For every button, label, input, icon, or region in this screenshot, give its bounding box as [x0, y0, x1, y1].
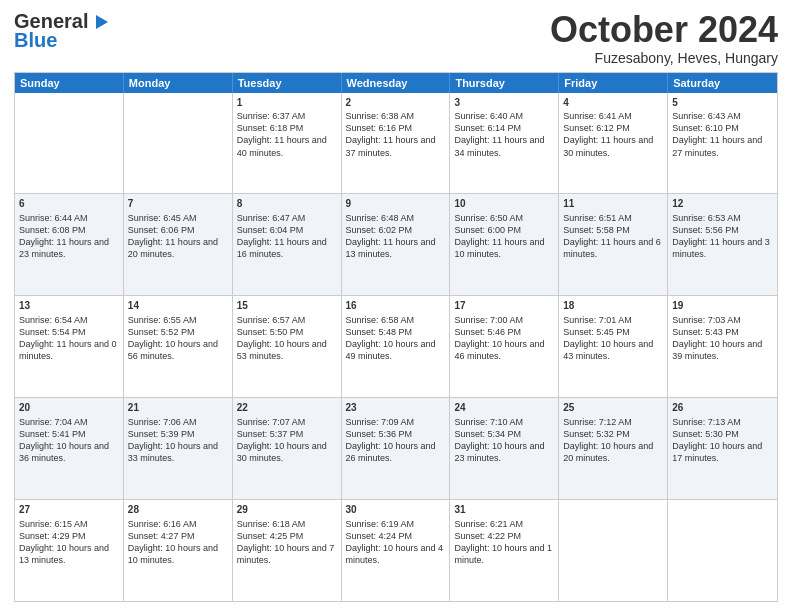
day-number: 22	[237, 401, 337, 415]
cell-info: Sunrise: 7:10 AMSunset: 5:34 PMDaylight:…	[454, 416, 554, 465]
calendar-cell: 31Sunrise: 6:21 AMSunset: 4:22 PMDayligh…	[450, 500, 559, 601]
page: General Blue October 2024 Fuzesabony, He…	[0, 0, 792, 612]
cell-info: Sunrise: 7:00 AMSunset: 5:46 PMDaylight:…	[454, 314, 554, 363]
day-number: 16	[346, 299, 446, 313]
cell-info: Sunrise: 6:40 AMSunset: 6:14 PMDaylight:…	[454, 110, 554, 159]
cell-info: Sunrise: 7:06 AMSunset: 5:39 PMDaylight:…	[128, 416, 228, 465]
calendar-cell: 10Sunrise: 6:50 AMSunset: 6:00 PMDayligh…	[450, 194, 559, 295]
calendar-cell: 12Sunrise: 6:53 AMSunset: 5:56 PMDayligh…	[668, 194, 777, 295]
location-subtitle: Fuzesabony, Heves, Hungary	[550, 50, 778, 66]
day-number: 31	[454, 503, 554, 517]
calendar: SundayMondayTuesdayWednesdayThursdayFrid…	[14, 72, 778, 602]
month-title: October 2024	[550, 10, 778, 50]
day-number: 7	[128, 197, 228, 211]
calendar-cell: 19Sunrise: 7:03 AMSunset: 5:43 PMDayligh…	[668, 296, 777, 397]
cell-info: Sunrise: 6:15 AMSunset: 4:29 PMDaylight:…	[19, 518, 119, 567]
calendar-cell: 29Sunrise: 6:18 AMSunset: 4:25 PMDayligh…	[233, 500, 342, 601]
cell-info: Sunrise: 6:45 AMSunset: 6:06 PMDaylight:…	[128, 212, 228, 261]
weekday-header-tuesday: Tuesday	[233, 73, 342, 93]
calendar-row-2: 13Sunrise: 6:54 AMSunset: 5:54 PMDayligh…	[15, 295, 777, 397]
calendar-cell: 23Sunrise: 7:09 AMSunset: 5:36 PMDayligh…	[342, 398, 451, 499]
day-number: 10	[454, 197, 554, 211]
calendar-cell	[124, 93, 233, 194]
calendar-header: SundayMondayTuesdayWednesdayThursdayFrid…	[15, 73, 777, 93]
day-number: 2	[346, 96, 446, 110]
weekday-header-saturday: Saturday	[668, 73, 777, 93]
calendar-row-0: 1Sunrise: 6:37 AMSunset: 6:18 PMDaylight…	[15, 93, 777, 194]
day-number: 30	[346, 503, 446, 517]
cell-info: Sunrise: 6:50 AMSunset: 6:00 PMDaylight:…	[454, 212, 554, 261]
day-number: 8	[237, 197, 337, 211]
calendar-cell: 8Sunrise: 6:47 AMSunset: 6:04 PMDaylight…	[233, 194, 342, 295]
calendar-cell: 3Sunrise: 6:40 AMSunset: 6:14 PMDaylight…	[450, 93, 559, 194]
cell-info: Sunrise: 6:18 AMSunset: 4:25 PMDaylight:…	[237, 518, 337, 567]
calendar-row-4: 27Sunrise: 6:15 AMSunset: 4:29 PMDayligh…	[15, 499, 777, 601]
day-number: 6	[19, 197, 119, 211]
cell-info: Sunrise: 6:55 AMSunset: 5:52 PMDaylight:…	[128, 314, 228, 363]
cell-info: Sunrise: 6:37 AMSunset: 6:18 PMDaylight:…	[237, 110, 337, 159]
day-number: 4	[563, 96, 663, 110]
cell-info: Sunrise: 6:38 AMSunset: 6:16 PMDaylight:…	[346, 110, 446, 159]
cell-info: Sunrise: 6:41 AMSunset: 6:12 PMDaylight:…	[563, 110, 663, 159]
calendar-cell: 2Sunrise: 6:38 AMSunset: 6:16 PMDaylight…	[342, 93, 451, 194]
calendar-cell: 26Sunrise: 7:13 AMSunset: 5:30 PMDayligh…	[668, 398, 777, 499]
day-number: 27	[19, 503, 119, 517]
weekday-header-friday: Friday	[559, 73, 668, 93]
calendar-body: 1Sunrise: 6:37 AMSunset: 6:18 PMDaylight…	[15, 93, 777, 601]
calendar-cell: 16Sunrise: 6:58 AMSunset: 5:48 PMDayligh…	[342, 296, 451, 397]
day-number: 28	[128, 503, 228, 517]
header: General Blue October 2024 Fuzesabony, He…	[14, 10, 778, 66]
cell-info: Sunrise: 7:13 AMSunset: 5:30 PMDaylight:…	[672, 416, 773, 465]
title-area: October 2024 Fuzesabony, Heves, Hungary	[550, 10, 778, 66]
calendar-cell: 13Sunrise: 6:54 AMSunset: 5:54 PMDayligh…	[15, 296, 124, 397]
calendar-cell: 24Sunrise: 7:10 AMSunset: 5:34 PMDayligh…	[450, 398, 559, 499]
cell-info: Sunrise: 6:57 AMSunset: 5:50 PMDaylight:…	[237, 314, 337, 363]
calendar-cell: 27Sunrise: 6:15 AMSunset: 4:29 PMDayligh…	[15, 500, 124, 601]
cell-info: Sunrise: 6:21 AMSunset: 4:22 PMDaylight:…	[454, 518, 554, 567]
day-number: 9	[346, 197, 446, 211]
calendar-cell: 28Sunrise: 6:16 AMSunset: 4:27 PMDayligh…	[124, 500, 233, 601]
cell-info: Sunrise: 7:04 AMSunset: 5:41 PMDaylight:…	[19, 416, 119, 465]
day-number: 21	[128, 401, 228, 415]
calendar-cell: 18Sunrise: 7:01 AMSunset: 5:45 PMDayligh…	[559, 296, 668, 397]
weekday-header-monday: Monday	[124, 73, 233, 93]
cell-info: Sunrise: 6:19 AMSunset: 4:24 PMDaylight:…	[346, 518, 446, 567]
day-number: 18	[563, 299, 663, 313]
day-number: 23	[346, 401, 446, 415]
cell-info: Sunrise: 6:43 AMSunset: 6:10 PMDaylight:…	[672, 110, 773, 159]
calendar-cell: 7Sunrise: 6:45 AMSunset: 6:06 PMDaylight…	[124, 194, 233, 295]
svg-marker-0	[96, 15, 108, 29]
calendar-cell: 1Sunrise: 6:37 AMSunset: 6:18 PMDaylight…	[233, 93, 342, 194]
calendar-cell: 30Sunrise: 6:19 AMSunset: 4:24 PMDayligh…	[342, 500, 451, 601]
cell-info: Sunrise: 6:53 AMSunset: 5:56 PMDaylight:…	[672, 212, 773, 261]
calendar-cell: 14Sunrise: 6:55 AMSunset: 5:52 PMDayligh…	[124, 296, 233, 397]
calendar-row-3: 20Sunrise: 7:04 AMSunset: 5:41 PMDayligh…	[15, 397, 777, 499]
logo-blue: Blue	[14, 29, 57, 52]
calendar-cell: 22Sunrise: 7:07 AMSunset: 5:37 PMDayligh…	[233, 398, 342, 499]
day-number: 19	[672, 299, 773, 313]
calendar-cell: 9Sunrise: 6:48 AMSunset: 6:02 PMDaylight…	[342, 194, 451, 295]
calendar-cell	[15, 93, 124, 194]
cell-info: Sunrise: 7:09 AMSunset: 5:36 PMDaylight:…	[346, 416, 446, 465]
weekday-header-wednesday: Wednesday	[342, 73, 451, 93]
calendar-cell	[559, 500, 668, 601]
calendar-cell: 6Sunrise: 6:44 AMSunset: 6:08 PMDaylight…	[15, 194, 124, 295]
cell-info: Sunrise: 6:16 AMSunset: 4:27 PMDaylight:…	[128, 518, 228, 567]
day-number: 20	[19, 401, 119, 415]
calendar-cell: 15Sunrise: 6:57 AMSunset: 5:50 PMDayligh…	[233, 296, 342, 397]
day-number: 24	[454, 401, 554, 415]
day-number: 25	[563, 401, 663, 415]
calendar-cell: 4Sunrise: 6:41 AMSunset: 6:12 PMDaylight…	[559, 93, 668, 194]
logo: General Blue	[14, 10, 110, 52]
cell-info: Sunrise: 6:51 AMSunset: 5:58 PMDaylight:…	[563, 212, 663, 261]
day-number: 5	[672, 96, 773, 110]
cell-info: Sunrise: 6:47 AMSunset: 6:04 PMDaylight:…	[237, 212, 337, 261]
day-number: 1	[237, 96, 337, 110]
cell-info: Sunrise: 6:58 AMSunset: 5:48 PMDaylight:…	[346, 314, 446, 363]
cell-info: Sunrise: 7:03 AMSunset: 5:43 PMDaylight:…	[672, 314, 773, 363]
day-number: 29	[237, 503, 337, 517]
calendar-cell	[668, 500, 777, 601]
calendar-cell: 5Sunrise: 6:43 AMSunset: 6:10 PMDaylight…	[668, 93, 777, 194]
day-number: 26	[672, 401, 773, 415]
day-number: 15	[237, 299, 337, 313]
